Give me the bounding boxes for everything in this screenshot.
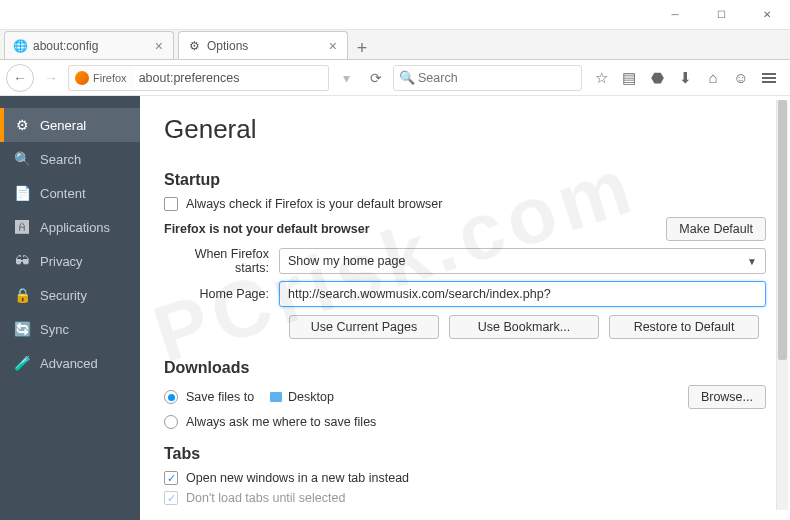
- open-new-windows-checkbox[interactable]: [164, 471, 178, 485]
- browse-button[interactable]: Browse...: [688, 385, 766, 409]
- menu-button[interactable]: [760, 69, 778, 87]
- when-firefox-starts-select[interactable]: Show my home page ▼: [279, 248, 766, 274]
- downloads-heading: Downloads: [164, 359, 766, 377]
- window-close-button[interactable]: ✕: [744, 0, 790, 30]
- when-firefox-starts-label: When Firefox starts:: [164, 247, 279, 275]
- vertical-scrollbar[interactable]: [776, 100, 788, 510]
- preferences-sidebar: ⚙ General 🔍 Search 📄 Content 🅰 Applicati…: [0, 96, 140, 520]
- globe-icon: 🌐: [13, 39, 27, 53]
- history-dropdown-button[interactable]: ▾: [333, 65, 359, 91]
- sidebar-item-security[interactable]: 🔒 Security: [0, 278, 140, 312]
- gear-icon: ⚙: [187, 39, 201, 53]
- sidebar-item-general[interactable]: ⚙ General: [0, 108, 140, 142]
- sidebar-item-advanced[interactable]: 🧪 Advanced: [0, 346, 140, 380]
- preferences-content: ⚙ General 🔍 Search 📄 Content 🅰 Applicati…: [0, 96, 790, 520]
- default-browser-status: Firefox is not your default browser: [164, 222, 370, 236]
- firefox-icon: [75, 71, 89, 85]
- restore-default-button[interactable]: Restore to Default: [609, 315, 759, 339]
- window-maximize-button[interactable]: ☐: [698, 0, 744, 30]
- sidebar-item-privacy[interactable]: 🕶 Privacy: [0, 244, 140, 278]
- tab-options[interactable]: ⚙ Options ×: [178, 31, 348, 59]
- home-page-input[interactable]: [279, 281, 766, 307]
- document-icon: 📄: [14, 185, 30, 201]
- identity-label: Firefox: [93, 72, 127, 84]
- mask-icon: 🕶: [14, 253, 30, 269]
- home-page-label: Home Page:: [164, 287, 279, 301]
- tab-about-config[interactable]: 🌐 about:config ×: [4, 31, 174, 59]
- sidebar-item-label: Search: [40, 152, 81, 167]
- pocket-icon[interactable]: ⬣: [648, 69, 666, 87]
- sidebar-item-label: Security: [40, 288, 87, 303]
- smile-icon[interactable]: ☺: [732, 69, 750, 87]
- sidebar-item-search[interactable]: 🔍 Search: [0, 142, 140, 176]
- tab-close-button[interactable]: ×: [153, 38, 165, 54]
- gear-icon: ⚙: [14, 117, 30, 133]
- toolbar-actions: ☆ ▤ ⬣ ⬇ ⌂ ☺: [586, 69, 784, 87]
- home-icon[interactable]: ⌂: [704, 69, 722, 87]
- search-icon: 🔍: [14, 151, 30, 167]
- page-title: General: [164, 114, 766, 145]
- open-new-windows-label: Open new windows in a new tab instead: [186, 471, 409, 485]
- new-tab-button[interactable]: +: [348, 38, 376, 59]
- tab-label: about:config: [33, 39, 153, 53]
- save-files-to-label: Save files to: [186, 390, 254, 404]
- window-minimize-button[interactable]: ─: [652, 0, 698, 30]
- sidebar-item-label: Sync: [40, 322, 69, 337]
- select-value: Show my home page: [288, 254, 405, 268]
- folder-icon: [270, 392, 282, 402]
- navigation-toolbar: ← → Firefox ▾ ⟳ 🔍 ☆ ▤ ⬣ ⬇ ⌂ ☺: [0, 60, 790, 96]
- save-location: Desktop: [288, 390, 334, 404]
- always-check-default-label: Always check if Firefox is your default …: [186, 197, 442, 211]
- always-ask-label: Always ask me where to save files: [186, 415, 376, 429]
- save-files-to-radio[interactable]: [164, 390, 178, 404]
- url-input[interactable]: [133, 65, 329, 91]
- always-check-default-checkbox[interactable]: [164, 197, 178, 211]
- dont-load-tabs-checkbox[interactable]: [164, 491, 178, 505]
- sync-icon: 🔄: [14, 321, 30, 337]
- sidebar-item-label: Applications: [40, 220, 110, 235]
- flask-icon: 🧪: [14, 355, 30, 371]
- scrollbar-thumb[interactable]: [778, 100, 787, 360]
- sidebar-item-label: Content: [40, 186, 86, 201]
- bookmark-star-icon[interactable]: ☆: [592, 69, 610, 87]
- startup-heading: Startup: [164, 171, 766, 189]
- library-icon[interactable]: ▤: [620, 69, 638, 87]
- downloads-icon[interactable]: ⬇: [676, 69, 694, 87]
- identity-box[interactable]: Firefox: [68, 65, 133, 91]
- search-icon: 🔍: [399, 70, 415, 85]
- sidebar-item-label: Privacy: [40, 254, 83, 269]
- back-button[interactable]: ←: [6, 64, 34, 92]
- sidebar-item-content[interactable]: 📄 Content: [0, 176, 140, 210]
- chevron-down-icon: ▼: [747, 256, 757, 267]
- tab-label: Options: [207, 39, 327, 53]
- lock-icon: 🔒: [14, 287, 30, 303]
- preferences-panel: General Startup Always check if Firefox …: [140, 96, 790, 520]
- use-current-pages-button[interactable]: Use Current Pages: [289, 315, 439, 339]
- sidebar-item-label: General: [40, 118, 86, 133]
- reload-button[interactable]: ⟳: [363, 65, 389, 91]
- tabs-heading: Tabs: [164, 445, 766, 463]
- sidebar-item-applications[interactable]: 🅰 Applications: [0, 210, 140, 244]
- window-titlebar: ─ ☐ ✕: [0, 0, 790, 30]
- use-bookmark-button[interactable]: Use Bookmark...: [449, 315, 599, 339]
- forward-button[interactable]: →: [38, 65, 64, 91]
- apps-icon: 🅰: [14, 219, 30, 235]
- make-default-button[interactable]: Make Default: [666, 217, 766, 241]
- dont-load-tabs-label: Don't load tabs until selected: [186, 491, 345, 505]
- search-input[interactable]: [393, 65, 582, 91]
- sidebar-item-label: Advanced: [40, 356, 98, 371]
- sidebar-item-sync[interactable]: 🔄 Sync: [0, 312, 140, 346]
- tab-close-button[interactable]: ×: [327, 38, 339, 54]
- always-ask-radio[interactable]: [164, 415, 178, 429]
- tab-strip: 🌐 about:config × ⚙ Options × +: [0, 30, 790, 60]
